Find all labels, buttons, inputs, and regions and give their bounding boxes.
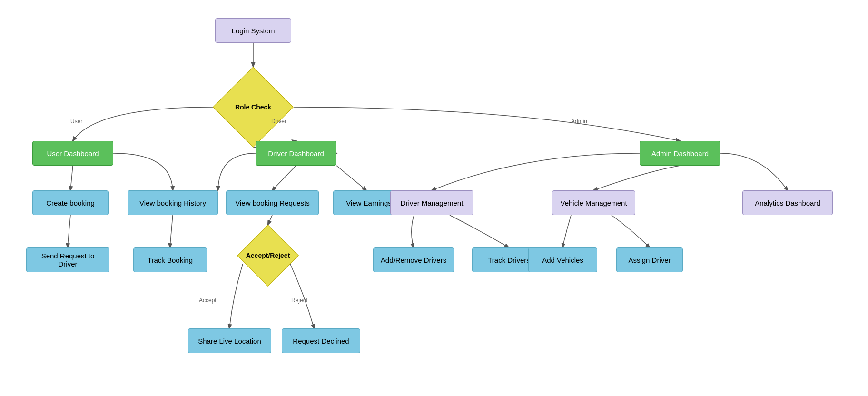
- driver-label: Driver: [271, 118, 286, 125]
- driver-management-label: Driver Management: [401, 199, 464, 207]
- view-booking-requests-label: View booking Requests: [235, 199, 310, 207]
- svg-line-5: [272, 166, 296, 190]
- track-drivers-label: Track Drivers: [488, 256, 530, 264]
- driver-dashboard-node: Driver Dashboard: [256, 141, 336, 166]
- view-earnings-label: View Earnings: [346, 199, 392, 207]
- send-request-label: Send Request to Driver: [32, 252, 103, 268]
- track-booking-label: Track Booking: [148, 256, 193, 264]
- driver-dashboard-label: Driver Dashboard: [268, 149, 324, 158]
- create-booking-node: Create booking: [32, 190, 108, 215]
- role-check-node: Role Check: [213, 67, 294, 148]
- vehicle-management-node: Vehicle Management: [552, 190, 635, 215]
- accept-reject-label: Accept/Reject: [246, 252, 290, 259]
- admin-dashboard-label: Admin Dashboard: [651, 149, 709, 158]
- add-remove-drivers-label: Add/Remove Drivers: [381, 256, 446, 264]
- add-vehicles-node: Add Vehicles: [528, 248, 597, 272]
- driver-management-node: Driver Management: [390, 190, 473, 215]
- reject-label: Reject: [291, 297, 307, 304]
- accept-reject-node: Accept/Reject: [237, 225, 299, 287]
- flowchart-diagram: Login System Role Check User Driver Admi…: [0, 0, 868, 396]
- view-booking-history-label: View booking History: [139, 199, 206, 207]
- create-booking-label: Create booking: [46, 199, 95, 207]
- analytics-dashboard-node: Analytics Dashboard: [742, 190, 833, 215]
- track-booking-node: Track Booking: [133, 248, 207, 272]
- svg-line-6: [336, 166, 366, 190]
- svg-line-2: [70, 166, 73, 190]
- svg-line-4: [170, 215, 173, 248]
- login-system-node: Login System: [215, 18, 291, 43]
- assign-driver-node: Assign Driver: [616, 248, 683, 272]
- role-check-label: Role Check: [235, 103, 271, 111]
- analytics-dashboard-label: Analytics Dashboard: [755, 199, 820, 207]
- assign-driver-label: Assign Driver: [628, 256, 671, 264]
- vehicle-management-label: Vehicle Management: [560, 199, 627, 207]
- view-booking-history-node: View booking History: [128, 190, 218, 215]
- login-system-label: Login System: [232, 27, 275, 35]
- user-dashboard-label: User Dashboard: [47, 149, 99, 158]
- add-remove-drivers-node: Add/Remove Drivers: [373, 248, 454, 272]
- accept-label: Accept: [199, 297, 217, 304]
- request-declined-label: Request Declined: [293, 337, 349, 345]
- view-booking-requests-node: View booking Requests: [226, 190, 319, 215]
- user-dashboard-node: User Dashboard: [32, 141, 113, 166]
- admin-label: Admin: [571, 118, 587, 125]
- send-request-node: Send Request to Driver: [26, 248, 109, 272]
- svg-line-3: [68, 215, 70, 248]
- admin-dashboard-node: Admin Dashboard: [640, 141, 720, 166]
- svg-line-7: [268, 215, 272, 225]
- share-live-location-node: Share Live Location: [188, 328, 271, 353]
- share-live-location-label: Share Live Location: [198, 337, 261, 345]
- request-declined-node: Request Declined: [282, 328, 360, 353]
- add-vehicles-label: Add Vehicles: [542, 256, 583, 264]
- user-label: User: [70, 118, 82, 125]
